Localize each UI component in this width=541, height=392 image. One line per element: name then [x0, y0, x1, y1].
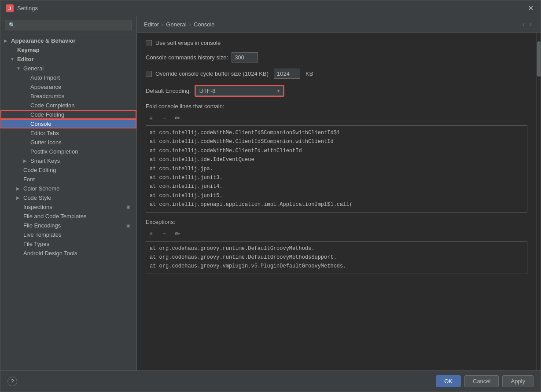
sidebar-item-label: Editor Tabs [30, 130, 132, 136]
history-size-row: Console commands history size: [146, 52, 527, 62]
forward-button[interactable]: › [528, 20, 534, 29]
sidebar-item-console[interactable]: Console [0, 119, 136, 128]
exceptions-remove-button[interactable]: − [159, 229, 169, 238]
breadcrumb-sep-2: › [189, 21, 191, 28]
sidebar-item-color-scheme[interactable]: ▶ Color Scheme [0, 184, 136, 193]
inspections-badge: ▣ [126, 205, 132, 209]
kb-label: KB [305, 70, 313, 77]
fold-section: Fold console lines that contain: + − ✏ a… [146, 103, 527, 212]
arrow-icon: ▶ [16, 186, 23, 191]
fold-label: Fold console lines that contain: [146, 103, 527, 110]
close-button[interactable]: ✕ [526, 2, 535, 14]
exceptions-edit-button[interactable]: ✏ [172, 229, 183, 238]
sidebar-item-label: Breadcrumbs [30, 93, 132, 99]
sidebar-item-file-encodings[interactable]: File Encodings ▣ [0, 221, 136, 230]
file-encodings-badge: ▣ [126, 223, 132, 228]
sidebar-item-code-style[interactable]: ▶ Code Style [0, 193, 136, 202]
sidebar-item-postfix-completion[interactable]: Postfix Completion [0, 147, 136, 156]
search-input[interactable] [5, 20, 132, 30]
sidebar-item-label: File Types [23, 241, 132, 247]
breadcrumb-sep-1: › [162, 21, 163, 28]
arrow-icon: ▶ [4, 38, 11, 43]
main-content: ▶ Appearance & Behavior Keymap ▼ Editor … [0, 16, 541, 370]
sidebar-item-label: Postfix Completion [30, 148, 132, 155]
sidebar-item-android-design-tools[interactable]: Android Design Tools [0, 249, 136, 258]
sidebar-item-label: Appearance [30, 84, 132, 90]
app-icon: J [6, 4, 14, 12]
sidebar-item-font[interactable]: Font [0, 175, 136, 184]
sidebar-item-label: File Encodings [23, 222, 126, 229]
arrow-icon: ▶ [23, 158, 30, 163]
list-item: at org.codehaus.groovy.vmplugin.v5.Plugi… [150, 262, 523, 271]
encoding-row: Default Encoding: UTF-8 UTF-16 ISO-8859-… [146, 85, 527, 97]
sidebar-item-label: Appearance & Behavior [11, 37, 132, 44]
sidebar-item-gutter-icons[interactable]: Gutter Icons [0, 138, 136, 147]
list-item: at com.intellij.junit4. [150, 182, 523, 191]
soft-wraps-label: Use soft wraps in console [155, 40, 221, 46]
title-bar: J Settings ✕ [0, 0, 541, 16]
breadcrumb: Editor › General › Console [144, 21, 215, 28]
back-button[interactable]: ‹ [521, 20, 526, 29]
sidebar: ▶ Appearance & Behavior Keymap ▼ Editor … [0, 16, 137, 370]
soft-wraps-checkbox[interactable] [146, 40, 152, 46]
help-button[interactable]: ? [7, 377, 17, 386]
soft-wraps-row: Use soft wraps in console [146, 40, 527, 46]
ok-button[interactable]: OK [436, 375, 461, 387]
bottom-actions: OK Cancel Apply [436, 375, 534, 387]
sidebar-item-live-templates[interactable]: Live Templates [0, 230, 136, 239]
right-panel: Editor › General › Console ‹ › Use soft … [137, 16, 541, 370]
sidebar-item-appearance[interactable]: Appearance [0, 82, 136, 92]
scrollbar-thumb[interactable] [537, 41, 541, 77]
sidebar-item-label: Live Templates [23, 231, 132, 238]
list-item: at org.codehaus.groovy.runtime.DefaultGr… [150, 253, 523, 262]
encoding-label: Default Encoding: [146, 88, 191, 94]
override-buffer-checkbox[interactable] [146, 71, 152, 77]
breadcrumb-bar: Editor › General › Console ‹ › [137, 16, 541, 33]
sidebar-item-file-code-templates[interactable]: File and Code Templates [0, 212, 136, 221]
history-size-label: Console commands history size: [146, 54, 228, 61]
list-item: at com.intellij.ide.IdeEventQueue [150, 155, 523, 164]
fold-add-button[interactable]: + [146, 113, 156, 123]
sidebar-item-code-completion[interactable]: Code Completion [0, 101, 136, 110]
sidebar-item-auto-import[interactable]: Auto Import [0, 73, 136, 82]
history-size-input[interactable] [232, 52, 258, 62]
encoding-select[interactable]: UTF-8 UTF-16 ISO-8859-1 US-ASCII windows… [195, 86, 283, 96]
override-buffer-row: Override console cycle buffer size (1024… [146, 69, 527, 79]
sidebar-item-label: Color Scheme [23, 185, 132, 192]
list-item: at com.intellij.junit3. [150, 173, 523, 182]
sidebar-item-smart-keys[interactable]: ▶ Smart Keys [0, 156, 136, 165]
sidebar-item-appearance-behavior[interactable]: ▶ Appearance & Behavior [0, 36, 136, 45]
sidebar-item-keymap[interactable]: Keymap [0, 45, 136, 55]
override-buffer-input[interactable] [274, 69, 300, 79]
arrow-icon: ▶ [16, 195, 23, 200]
breadcrumb-general[interactable]: General [166, 21, 186, 28]
cancel-button[interactable]: Cancel [464, 375, 499, 387]
sidebar-item-label: General [23, 65, 132, 72]
breadcrumb-editor[interactable]: Editor [144, 21, 159, 28]
nav-arrows: ‹ › [521, 20, 534, 29]
breadcrumb-console[interactable]: Console [194, 21, 215, 28]
sidebar-item-code-editing[interactable]: Code Editing [0, 165, 136, 175]
sidebar-item-editor[interactable]: ▼ Editor [0, 55, 136, 64]
fold-toolbar: + − ✏ [146, 113, 527, 123]
sidebar-item-breadcrumbs[interactable]: Breadcrumbs [0, 92, 136, 101]
exceptions-label: Exceptions: [146, 219, 527, 225]
sidebar-item-label: Gutter Icons [30, 139, 132, 146]
sidebar-item-label: Code Style [23, 194, 132, 201]
sidebar-item-label: Auto Import [30, 74, 132, 81]
sidebar-tree: ▶ Appearance & Behavior Keymap ▼ Editor … [0, 34, 136, 370]
exceptions-section: Exceptions: + − ✏ at org.codehaus.groovy… [146, 219, 527, 274]
sidebar-item-code-folding[interactable]: Code Folding [0, 110, 136, 119]
bottom-bar: ? OK Cancel Apply [0, 370, 541, 392]
sidebar-item-inspections[interactable]: Inspections ▣ [0, 202, 136, 212]
list-item: at com.intellij.codeWithMe.ClientId$Comp… [150, 128, 523, 137]
apply-button[interactable]: Apply [502, 375, 534, 387]
sidebar-item-editor-tabs[interactable]: Editor Tabs [0, 128, 136, 138]
fold-remove-button[interactable]: − [159, 113, 169, 123]
fold-edit-button[interactable]: ✏ [172, 113, 183, 123]
sidebar-item-general[interactable]: ▼ General [0, 64, 136, 73]
sidebar-item-file-types[interactable]: File Types [0, 239, 136, 249]
right-scrollbar[interactable] [536, 33, 541, 370]
exceptions-add-button[interactable]: + [146, 229, 156, 238]
list-item: at com.intellij.junit5. [150, 191, 523, 200]
